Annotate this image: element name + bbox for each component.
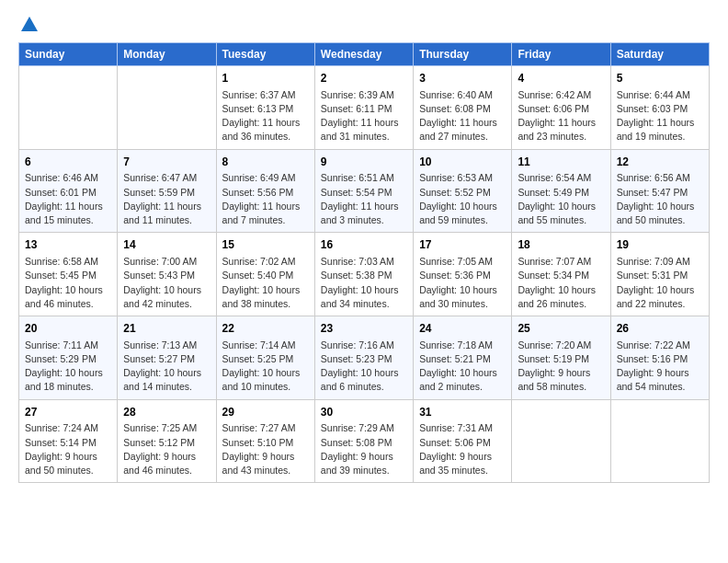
calendar-cell: 20Sunrise: 7:11 AM Sunset: 5:29 PM Dayli… xyxy=(19,316,118,400)
calendar-week-row: 20Sunrise: 7:11 AM Sunset: 5:29 PM Dayli… xyxy=(19,316,710,400)
calendar-cell: 28Sunrise: 7:25 AM Sunset: 5:12 PM Dayli… xyxy=(118,399,216,483)
day-number: 30 xyxy=(321,405,407,420)
day-info: Sunrise: 7:05 AM Sunset: 5:36 PM Dayligh… xyxy=(419,255,506,311)
day-info: Sunrise: 7:24 AM Sunset: 5:14 PM Dayligh… xyxy=(25,421,111,477)
calendar-cell: 27Sunrise: 7:24 AM Sunset: 5:14 PM Dayli… xyxy=(19,399,118,483)
day-info: Sunrise: 6:46 AM Sunset: 6:01 PM Dayligh… xyxy=(25,171,111,227)
day-number: 13 xyxy=(25,237,111,253)
day-info: Sunrise: 6:49 AM Sunset: 5:56 PM Dayligh… xyxy=(222,171,309,227)
day-number: 28 xyxy=(123,405,210,420)
calendar-cell: 18Sunrise: 7:07 AM Sunset: 5:34 PM Dayli… xyxy=(512,233,610,316)
calendar-col-header: Tuesday xyxy=(216,43,314,66)
day-number: 18 xyxy=(518,237,604,253)
calendar-cell xyxy=(19,66,118,150)
calendar-week-row: 13Sunrise: 6:58 AM Sunset: 5:45 PM Dayli… xyxy=(19,233,710,316)
day-number: 7 xyxy=(123,155,210,170)
calendar-col-header: Sunday xyxy=(19,43,118,66)
day-info: Sunrise: 7:20 AM Sunset: 5:19 PM Dayligh… xyxy=(518,339,604,395)
day-info: Sunrise: 6:51 AM Sunset: 5:54 PM Dayligh… xyxy=(321,171,407,227)
calendar-cell: 25Sunrise: 7:20 AM Sunset: 5:19 PM Dayli… xyxy=(512,316,610,400)
day-number: 2 xyxy=(321,71,407,86)
day-number: 11 xyxy=(518,155,604,170)
day-number: 3 xyxy=(419,71,506,86)
calendar-cell: 13Sunrise: 6:58 AM Sunset: 5:45 PM Dayli… xyxy=(19,233,118,316)
calendar-col-header: Thursday xyxy=(414,43,512,66)
svg-marker-0 xyxy=(21,17,38,31)
calendar-cell xyxy=(512,399,610,483)
calendar-col-header: Saturday xyxy=(610,43,709,66)
calendar-col-header: Friday xyxy=(512,43,610,66)
day-number: 21 xyxy=(123,321,210,337)
calendar-cell: 10Sunrise: 6:53 AM Sunset: 5:52 PM Dayli… xyxy=(414,149,512,233)
day-info: Sunrise: 6:56 AM Sunset: 5:47 PM Dayligh… xyxy=(617,171,703,227)
day-number: 5 xyxy=(617,71,703,86)
calendar-cell: 24Sunrise: 7:18 AM Sunset: 5:21 PM Dayli… xyxy=(414,316,512,400)
calendar-cell: 30Sunrise: 7:29 AM Sunset: 5:08 PM Dayli… xyxy=(314,399,413,483)
day-info: Sunrise: 7:02 AM Sunset: 5:40 PM Dayligh… xyxy=(222,255,309,311)
day-number: 23 xyxy=(321,321,407,337)
calendar-col-header: Wednesday xyxy=(314,43,413,66)
day-info: Sunrise: 6:53 AM Sunset: 5:52 PM Dayligh… xyxy=(419,171,506,227)
day-info: Sunrise: 7:16 AM Sunset: 5:23 PM Dayligh… xyxy=(321,339,407,395)
day-number: 8 xyxy=(222,155,309,170)
day-number: 22 xyxy=(222,321,309,337)
day-info: Sunrise: 7:03 AM Sunset: 5:38 PM Dayligh… xyxy=(321,255,407,311)
day-info: Sunrise: 7:13 AM Sunset: 5:27 PM Dayligh… xyxy=(123,339,210,395)
day-info: Sunrise: 6:54 AM Sunset: 5:49 PM Dayligh… xyxy=(518,171,604,227)
day-number: 4 xyxy=(518,71,604,86)
calendar-cell: 9Sunrise: 6:51 AM Sunset: 5:54 PM Daylig… xyxy=(314,149,413,233)
calendar-cell xyxy=(118,66,216,150)
calendar-cell: 6Sunrise: 6:46 AM Sunset: 6:01 PM Daylig… xyxy=(19,149,118,233)
calendar-cell: 29Sunrise: 7:27 AM Sunset: 5:10 PM Dayli… xyxy=(216,399,314,483)
calendar-body: 1Sunrise: 6:37 AM Sunset: 6:13 PM Daylig… xyxy=(19,66,710,483)
calendar-cell: 14Sunrise: 7:00 AM Sunset: 5:43 PM Dayli… xyxy=(118,233,216,316)
day-number: 6 xyxy=(25,155,111,170)
calendar-cell: 23Sunrise: 7:16 AM Sunset: 5:23 PM Dayli… xyxy=(314,316,413,400)
calendar-cell: 17Sunrise: 7:05 AM Sunset: 5:36 PM Dayli… xyxy=(414,233,512,316)
calendar-cell: 22Sunrise: 7:14 AM Sunset: 5:25 PM Dayli… xyxy=(216,316,314,400)
day-number: 26 xyxy=(617,321,703,337)
calendar-cell: 31Sunrise: 7:31 AM Sunset: 5:06 PM Dayli… xyxy=(414,399,512,483)
day-number: 27 xyxy=(25,405,111,420)
day-info: Sunrise: 7:29 AM Sunset: 5:08 PM Dayligh… xyxy=(321,421,407,477)
day-number: 10 xyxy=(419,155,506,170)
calendar-week-row: 6Sunrise: 6:46 AM Sunset: 6:01 PM Daylig… xyxy=(19,149,710,233)
day-number: 29 xyxy=(222,405,309,420)
day-number: 1 xyxy=(222,71,309,86)
day-number: 15 xyxy=(222,237,309,253)
day-info: Sunrise: 7:18 AM Sunset: 5:21 PM Dayligh… xyxy=(419,339,506,395)
calendar-cell: 7Sunrise: 6:47 AM Sunset: 5:59 PM Daylig… xyxy=(118,149,216,233)
day-info: Sunrise: 6:37 AM Sunset: 6:13 PM Dayligh… xyxy=(222,88,309,144)
day-info: Sunrise: 6:42 AM Sunset: 6:06 PM Dayligh… xyxy=(518,88,604,144)
day-number: 25 xyxy=(518,321,604,337)
calendar-cell: 2Sunrise: 6:39 AM Sunset: 6:11 PM Daylig… xyxy=(314,66,413,150)
day-number: 31 xyxy=(419,405,506,420)
day-info: Sunrise: 7:31 AM Sunset: 5:06 PM Dayligh… xyxy=(419,421,506,477)
calendar-header-row: SundayMondayTuesdayWednesdayThursdayFrid… xyxy=(19,43,710,66)
calendar: SundayMondayTuesdayWednesdayThursdayFrid… xyxy=(18,42,710,483)
day-number: 19 xyxy=(617,237,703,253)
calendar-cell: 8Sunrise: 6:49 AM Sunset: 5:56 PM Daylig… xyxy=(216,149,314,233)
day-info: Sunrise: 6:47 AM Sunset: 5:59 PM Dayligh… xyxy=(123,171,210,227)
day-number: 16 xyxy=(321,237,407,253)
day-info: Sunrise: 7:14 AM Sunset: 5:25 PM Dayligh… xyxy=(222,339,309,395)
day-number: 9 xyxy=(321,155,407,170)
day-info: Sunrise: 7:07 AM Sunset: 5:34 PM Dayligh… xyxy=(518,255,604,311)
calendar-cell: 16Sunrise: 7:03 AM Sunset: 5:38 PM Dayli… xyxy=(314,233,413,316)
day-number: 12 xyxy=(617,155,703,170)
calendar-cell xyxy=(610,399,709,483)
calendar-cell: 3Sunrise: 6:40 AM Sunset: 6:08 PM Daylig… xyxy=(414,66,512,150)
calendar-cell: 21Sunrise: 7:13 AM Sunset: 5:27 PM Dayli… xyxy=(118,316,216,400)
logo-triangle-icon xyxy=(19,15,40,35)
calendar-cell: 1Sunrise: 6:37 AM Sunset: 6:13 PM Daylig… xyxy=(216,66,314,150)
day-number: 24 xyxy=(419,321,506,337)
day-info: Sunrise: 7:09 AM Sunset: 5:31 PM Dayligh… xyxy=(617,255,703,311)
calendar-cell: 5Sunrise: 6:44 AM Sunset: 6:03 PM Daylig… xyxy=(610,66,709,150)
calendar-cell: 19Sunrise: 7:09 AM Sunset: 5:31 PM Dayli… xyxy=(610,233,709,316)
calendar-cell: 15Sunrise: 7:02 AM Sunset: 5:40 PM Dayli… xyxy=(216,233,314,316)
day-info: Sunrise: 6:40 AM Sunset: 6:08 PM Dayligh… xyxy=(419,88,506,144)
day-info: Sunrise: 7:25 AM Sunset: 5:12 PM Dayligh… xyxy=(123,421,210,477)
day-info: Sunrise: 7:22 AM Sunset: 5:16 PM Dayligh… xyxy=(617,339,703,395)
calendar-cell: 4Sunrise: 6:42 AM Sunset: 6:06 PM Daylig… xyxy=(512,66,610,150)
day-info: Sunrise: 7:11 AM Sunset: 5:29 PM Dayligh… xyxy=(25,339,111,395)
